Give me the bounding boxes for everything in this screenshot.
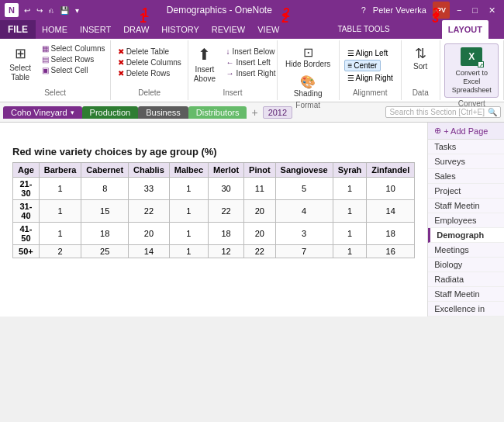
sort-btn[interactable]: ⇅ Sort	[405, 43, 436, 72]
table-cell[interactable]: 25	[81, 245, 129, 258]
table-cell[interactable]: 31-40	[13, 200, 40, 223]
col-zinfandel[interactable]: Zinfandel	[367, 163, 415, 178]
table-cell[interactable]: 1	[169, 200, 208, 223]
col-age[interactable]: Age	[13, 163, 40, 178]
select-cell-btn[interactable]: ▣ Select Cell	[40, 65, 108, 75]
table-cell[interactable]: 1	[39, 223, 81, 245]
sidebar-page-item[interactable]: Demograph	[428, 228, 504, 243]
table-cell[interactable]: 14	[367, 200, 415, 223]
table-cell[interactable]: 10	[367, 178, 415, 200]
shading-btn[interactable]: 🎨 Shading	[288, 73, 327, 99]
align-left-btn[interactable]: ☰ Align Left	[344, 48, 392, 58]
table-cell[interactable]: 3	[275, 223, 333, 245]
sidebar-page-item[interactable]: Project	[428, 184, 504, 199]
table-cell[interactable]: 7	[275, 245, 333, 258]
table-cell[interactable]: 20	[129, 223, 170, 245]
sidebar-page-item[interactable]: Surveys	[428, 154, 504, 169]
add-section-btn[interactable]: +	[247, 106, 262, 119]
table-cell[interactable]: 5	[275, 178, 333, 200]
table-cell[interactable]: 1	[333, 223, 367, 245]
sidebar-page-item[interactable]: Staff Meetin	[428, 287, 504, 302]
col-cabernet[interactable]: Cabernet	[81, 163, 129, 178]
table-cell[interactable]: 30	[209, 178, 244, 200]
table-cell[interactable]: 1	[333, 178, 367, 200]
table-cell[interactable]: 11	[244, 178, 276, 200]
col-sangiovese[interactable]: Sangiovese	[275, 163, 333, 178]
table-cell[interactable]: 16	[367, 245, 415, 258]
maximize-btn[interactable]: □	[468, 5, 482, 16]
table-cell[interactable]: 1	[39, 200, 81, 223]
insert-menu[interactable]: INSERT	[74, 20, 117, 39]
sidebar-page-item[interactable]: Sales	[428, 169, 504, 184]
history-menu[interactable]: HISTORY	[155, 20, 205, 39]
table-cell[interactable]: 12	[209, 245, 244, 258]
delete-table-btn[interactable]: ✖ Delete Table	[116, 47, 184, 57]
section-tab-distributors[interactable]: Distributors	[188, 106, 247, 119]
col-pinot[interactable]: Pinot	[244, 163, 276, 178]
table-cell[interactable]: 18	[81, 223, 129, 245]
table-cell[interactable]: 4	[275, 200, 333, 223]
insert-left-btn[interactable]: ← Insert Left	[223, 57, 278, 67]
section-tab-business[interactable]: Business	[138, 106, 188, 119]
sidebar-page-item[interactable]: Excellence in	[428, 302, 504, 316]
search-icon[interactable]: 🔍	[488, 108, 497, 116]
table-cell[interactable]: 33	[129, 178, 170, 200]
draw-menu[interactable]: DRAW	[117, 20, 155, 39]
layout-tab[interactable]: LAYOUT	[442, 20, 488, 39]
insert-below-btn[interactable]: ↓ Insert Below	[223, 47, 278, 57]
forward-btn[interactable]: ↪	[34, 5, 45, 16]
table-cell[interactable]: 8	[81, 178, 129, 200]
insert-right-btn[interactable]: → Insert Right	[223, 68, 278, 78]
table-cell[interactable]: 22	[129, 200, 170, 223]
undo-btn[interactable]: ⎌	[47, 5, 56, 16]
table-cell[interactable]: 1	[169, 223, 208, 245]
col-syrah[interactable]: Syrah	[333, 163, 367, 178]
table-cell[interactable]: 18	[367, 223, 415, 245]
table-cell[interactable]: 41-50	[13, 223, 40, 245]
add-page-btn[interactable]: ⊕ + Add Page	[428, 123, 504, 140]
hide-borders-btn[interactable]: ⊡ Hide Borders	[283, 43, 333, 70]
select-columns-btn[interactable]: ▦ Select Columns	[40, 43, 108, 54]
review-menu[interactable]: REVIEW	[205, 20, 251, 39]
table-cell[interactable]: 50+	[13, 245, 40, 258]
sidebar-page-item[interactable]: Tasks	[428, 140, 504, 154]
col-malbec[interactable]: Malbec	[169, 163, 208, 178]
table-cell[interactable]: 2	[39, 245, 81, 258]
sidebar-page-item[interactable]: Staff Meetin	[428, 199, 504, 213]
notebook-tab[interactable]: Coho Vineyard ▾	[3, 106, 82, 119]
align-right-btn[interactable]: ☰ Align Right	[344, 73, 396, 83]
select-table-btn[interactable]: ⊞ Select Table	[3, 43, 38, 84]
sidebar-page-item[interactable]: Meetings	[428, 243, 504, 258]
table-cell[interactable]: 22	[244, 245, 276, 258]
center-btn[interactable]: ≡ Center	[344, 60, 381, 71]
sidebar-page-item[interactable]: Biology	[428, 258, 504, 272]
table-cell[interactable]: 22	[209, 200, 244, 223]
convert-excel-btn[interactable]: X ↗ Convert to ExcelSpreadsheet	[444, 43, 499, 98]
table-cell[interactable]: 1	[169, 178, 208, 200]
table-cell[interactable]: 15	[81, 200, 129, 223]
table-cell[interactable]: 20	[244, 223, 276, 245]
sidebar-page-item[interactable]: Radiata	[428, 272, 504, 287]
col-chablis[interactable]: Chablis	[129, 163, 170, 178]
table-cell[interactable]: 1	[169, 245, 208, 258]
delete-rows-btn[interactable]: ✖ Delete Rows	[116, 68, 184, 78]
table-cell[interactable]: 1	[333, 245, 367, 258]
notebook-dropdown-icon[interactable]: ▾	[71, 109, 74, 116]
insert-above-btn[interactable]: ⬆ InsertAbove	[187, 43, 222, 85]
back-btn[interactable]: ↩	[22, 5, 33, 16]
file-menu[interactable]: FILE	[0, 20, 36, 39]
col-barbera[interactable]: Barbera	[39, 163, 81, 178]
section-tab-production[interactable]: Production	[82, 106, 139, 119]
table-cell[interactable]: 1	[39, 178, 81, 200]
minimize-btn[interactable]: −	[453, 5, 465, 16]
view-menu[interactable]: VIEW	[251, 20, 285, 39]
table-cell[interactable]: 21-30	[13, 178, 40, 200]
dropdown-btn[interactable]: ▾	[73, 5, 81, 16]
help-btn[interactable]: ?	[357, 5, 370, 16]
home-menu[interactable]: HOME	[36, 20, 74, 39]
col-merlot[interactable]: Merlot	[209, 163, 244, 178]
close-btn[interactable]: ✕	[485, 5, 499, 16]
table-cell[interactable]: 18	[209, 223, 244, 245]
delete-columns-btn[interactable]: ✖ Delete Columns	[116, 57, 184, 67]
table-cell[interactable]: 20	[244, 200, 276, 223]
